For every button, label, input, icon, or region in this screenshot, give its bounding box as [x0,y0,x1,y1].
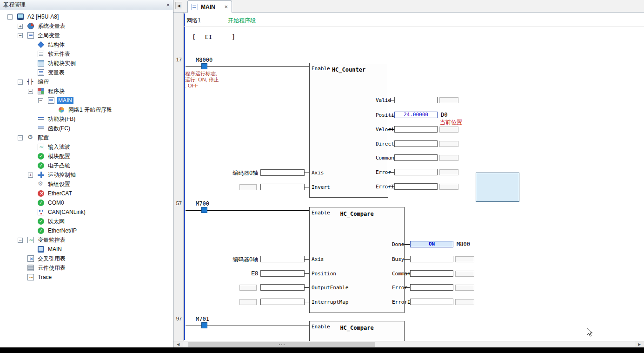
output-operand-box-errorid[interactable] [394,183,438,190]
tree-item-axis-group-settings[interactable]: 轴组设置 [1,180,172,189]
collapse-toggle-icon[interactable]: − [28,89,33,94]
ladder-editor-canvas[interactable]: 网络1 开始程序段 [ EI ] M8000程序运行标志, 运行: ON, 停止… [184,13,644,341]
tree-item-a2-h5u-a8[interactable]: −A2 [H5U-A8] [1,12,172,21]
tree-item-global-vars[interactable]: −全局变量 [1,31,172,40]
pin-error: Error [376,169,381,176]
main-program-icon [48,97,54,104]
function-block-hc_counter[interactable]: HC_CounterEnableValidPositionVelocityDir… [309,63,388,198]
input-comment-box[interactable] [239,184,257,190]
input-operand-box-invert[interactable] [260,184,305,190]
tree-item-struct[interactable]: 结构体 [1,40,172,49]
operand-label: D0 [441,112,447,118]
panel-title: 工程管理 [3,1,166,9]
pin-icon[interactable] [3,2,9,8]
contact-M700[interactable] [201,207,207,213]
tree-item-canlink[interactable]: CAN(CANLink) [1,207,172,217]
pin-outputenable: OutputEnable [312,285,317,291]
output-comment-box[interactable] [439,169,458,175]
output-operand-box-velocity[interactable] [394,126,438,133]
tab-close-icon[interactable]: × [224,4,228,10]
input-operand-box-axis[interactable] [260,256,305,262]
rung-number: 17 [176,57,182,62]
tab-scroll-left-button[interactable]: ◀ [175,2,182,9]
pin-invert: Invert [312,184,317,191]
input-operand-box-interruptmap[interactable] [260,299,305,305]
output-comment-box[interactable] [455,256,474,262]
input-comment-box[interactable] [239,285,257,291]
tree-item-device-table[interactable]: 软元件表 [1,49,172,59]
output-comment-box[interactable] [439,184,458,190]
contact-M8000[interactable] [201,63,207,69]
tree-item-config[interactable]: −配置 [1,133,172,142]
collapse-toggle-icon[interactable]: − [18,33,23,38]
contact-M701[interactable] [201,322,207,328]
function-block-hc_compare[interactable]: HC_CompareEnableDoneBusyCommandAbortedEr… [309,207,405,313]
output-operand-box-position[interactable]: 24.00000 [394,112,438,118]
network-title[interactable]: 开始程序段 [228,17,256,25]
tree-item-main[interactable]: −MAIN [1,96,172,105]
output-operand-box-errorid[interactable] [410,299,453,305]
output-operand-box-done[interactable]: ON [410,241,453,247]
input-operand-box-outputenable[interactable] [260,284,305,291]
tree-item-watch-main[interactable]: MAIN [1,245,172,254]
output-operand-box-busy[interactable] [410,256,453,262]
tree-item-input-filter[interactable]: 输入滤波 [1,142,172,152]
tree-item-functions-fc[interactable]: 函数(FC) [1,124,172,133]
tree-item-motion-axes[interactable]: +运动控制轴 [1,170,172,180]
pin-commandaborted: CommandAborted [376,155,381,161]
panel-close-icon[interactable]: × [166,2,170,8]
expand-toggle-icon[interactable]: + [28,173,33,178]
pin-position: Position [376,112,381,119]
tree-item-element-usage[interactable]: 元件使用表 [1,263,172,273]
scroll-left-arrow[interactable]: ◀ [173,341,183,347]
output-operand-box-commandaborted[interactable] [410,270,453,277]
tree-item-trace[interactable]: Trace [1,273,172,282]
collapse-toggle-icon[interactable]: − [38,98,43,103]
output-comment-box[interactable] [455,299,474,305]
output-comment-box[interactable] [439,155,458,161]
tree-item-watch-tables[interactable]: −变量监控表 [1,235,172,245]
output-operand-box-valid[interactable] [394,97,438,103]
tree-item-cross-reference[interactable]: 交叉引用表 [1,254,172,263]
tree-item-ethernet[interactable]: 以太网 [1,217,172,226]
output-comment-box[interactable] [439,97,458,103]
collapse-toggle-icon[interactable]: − [18,80,23,85]
tree-item-fb-instances[interactable]: 功能块实例 [1,59,172,68]
output-comment-box[interactable] [439,127,458,133]
tree-item-label: EtherCAT [46,190,73,197]
output-comment-box[interactable] [439,141,458,147]
output-operand-box-error[interactable] [394,169,438,175]
scroll-right-arrow[interactable]: ▶ [635,341,644,347]
tree-item-electronic-cam[interactable]: 电子凸轮 [1,161,172,170]
output-operand-box-direction[interactable] [394,140,438,147]
tree-item-com0[interactable]: COM0 [1,198,172,207]
scrollbar-thumb[interactable] [188,342,375,347]
horizontal-scrollbar[interactable]: ◀ ▶ [173,341,644,347]
output-comment-box[interactable] [455,271,474,277]
tree-item-network1-segment[interactable]: 网络1 开始程序段 [1,105,172,114]
collapse-toggle-icon[interactable]: − [18,238,23,243]
tree-item-programming[interactable]: −编程 [1,77,172,87]
output-operand-box-commandaborted[interactable] [394,154,438,161]
tree-item-module-config[interactable]: 模块配置 [1,152,172,161]
rung-comment: 程序运行标志, 运行: ON, 停止 : OFF [185,71,219,89]
tree-item-system-var-table[interactable]: +系统变量表 [1,21,172,31]
input-operand-box-position[interactable] [260,270,305,277]
tree-item-ethernet-ip[interactable]: EtherNet/IP [1,226,172,235]
pin-stub [305,287,309,288]
tree-item-var-table[interactable]: 变量表 [1,68,172,77]
input-comment-box[interactable] [239,299,257,305]
tree-item-ethercat[interactable]: EtherCAT [1,189,172,198]
tree-item-function-blocks-fb[interactable]: 功能块(FB) [1,114,172,124]
ei-instruction[interactable]: [ EI ] [192,33,235,40]
collapse-toggle-icon[interactable]: − [7,14,13,20]
input-operand-box-axis[interactable] [260,169,305,176]
tree-item-program-blocks[interactable]: −程序块 [1,87,172,96]
output-comment-box[interactable] [455,285,474,291]
collapse-toggle-icon[interactable]: − [18,135,23,140]
output-operand-box-error[interactable] [410,284,453,291]
expand-toggle-icon[interactable]: + [18,24,23,29]
tab-main[interactable]: MAIN × [187,0,232,13]
function-block-hc_compare[interactable]: HC_CompareEnable [309,321,405,341]
tab-label: MAIN [201,4,222,10]
